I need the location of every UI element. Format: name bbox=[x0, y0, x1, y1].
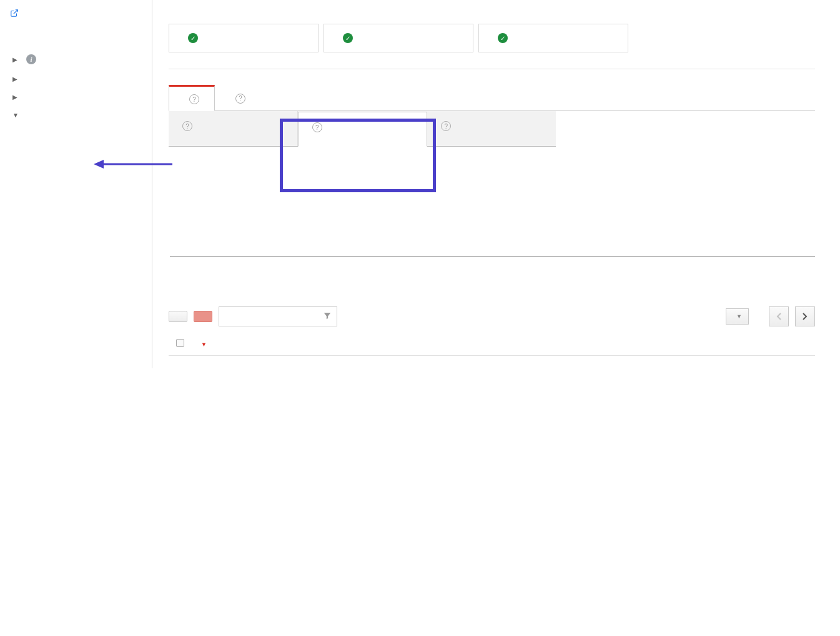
nav-dashboard[interactable] bbox=[0, 26, 152, 37]
nav-crawl[interactable]: ▼ bbox=[0, 106, 152, 124]
filter-box[interactable] bbox=[219, 306, 337, 326]
main-content: ✓ ✓ ✓ ? ? bbox=[152, 0, 840, 368]
sidebar: ▶ i ▶ ▶ ▼ bbox=[0, 0, 152, 368]
check-icon: ✓ bbox=[188, 33, 198, 43]
nav-crawl-stats[interactable] bbox=[0, 135, 152, 147]
nav-search-traffic[interactable]: ▶ bbox=[0, 70, 152, 88]
external-link-icon bbox=[10, 9, 19, 17]
errors-table: ▼ bbox=[169, 333, 815, 356]
help-icon[interactable]: ? bbox=[189, 94, 199, 104]
nav-fetch-as-google[interactable] bbox=[0, 147, 152, 158]
help-icon[interactable]: ? bbox=[182, 121, 192, 131]
nav-google-index[interactable]: ▶ bbox=[0, 88, 152, 106]
svg-line-0 bbox=[14, 10, 17, 14]
col-url[interactable] bbox=[250, 333, 646, 356]
nav-robots-tester[interactable] bbox=[0, 158, 152, 169]
card-server-connectivity[interactable]: ✓ bbox=[324, 24, 473, 52]
nav-messages[interactable] bbox=[0, 37, 152, 49]
error-type-tabs: ? ? ? bbox=[169, 111, 556, 147]
tab-smartphone[interactable]: ? bbox=[215, 84, 261, 110]
chevron-left-icon bbox=[776, 313, 781, 320]
nav-search-appearance[interactable]: ▶ i bbox=[0, 49, 152, 70]
help-icon[interactable]: ? bbox=[441, 121, 451, 131]
filter-input[interactable] bbox=[225, 312, 330, 321]
errors-chart bbox=[169, 157, 815, 288]
nav-security-issues[interactable] bbox=[0, 192, 152, 203]
nav-url-parameters[interactable] bbox=[0, 180, 152, 192]
rows-dropdown[interactable]: ▼ bbox=[726, 308, 749, 325]
filter-icon bbox=[323, 311, 332, 322]
caret-right-icon: ▶ bbox=[12, 76, 19, 82]
chevron-right-icon bbox=[803, 313, 808, 320]
card-robots-fetch[interactable]: ✓ bbox=[478, 24, 628, 52]
caret-down-icon: ▼ bbox=[12, 112, 19, 119]
nav-crawl-errors[interactable] bbox=[0, 124, 152, 135]
divider bbox=[169, 69, 815, 69]
site-errors-cards: ✓ ✓ ✓ bbox=[169, 24, 815, 52]
device-tabs: ? ? bbox=[169, 84, 815, 111]
mark-as-fixed-button[interactable] bbox=[194, 311, 212, 322]
prev-page-button[interactable] bbox=[769, 306, 789, 326]
col-detected[interactable] bbox=[740, 333, 815, 356]
help-icon[interactable]: ? bbox=[235, 94, 245, 104]
stat-not-found[interactable]: ? bbox=[298, 112, 428, 147]
sort-desc-icon: ▼ bbox=[201, 341, 207, 348]
check-icon: ✓ bbox=[498, 33, 508, 43]
next-page-button[interactable] bbox=[795, 306, 815, 326]
check-icon: ✓ bbox=[343, 33, 353, 43]
caret-down-icon: ▼ bbox=[736, 313, 742, 320]
nav-web-tools[interactable] bbox=[0, 203, 152, 214]
caret-right-icon: ▶ bbox=[12, 94, 19, 100]
download-button[interactable] bbox=[169, 311, 187, 322]
try-new-console-link[interactable] bbox=[0, 9, 152, 26]
stat-other[interactable]: ? bbox=[427, 111, 556, 146]
nav-sitemaps[interactable] bbox=[0, 169, 152, 180]
tab-desktop[interactable]: ? bbox=[169, 85, 215, 111]
chart-plot-area bbox=[170, 157, 815, 257]
col-response-code[interactable] bbox=[646, 333, 740, 356]
caret-right-icon: ▶ bbox=[12, 56, 19, 63]
info-icon: i bbox=[26, 54, 36, 64]
stat-access-denied[interactable]: ? bbox=[169, 111, 298, 146]
select-all-checkbox[interactable] bbox=[176, 339, 184, 347]
table-toolbar: ▼ bbox=[169, 306, 815, 326]
card-dns[interactable]: ✓ bbox=[169, 24, 319, 52]
col-priority[interactable]: ▼ bbox=[194, 333, 250, 356]
help-icon[interactable]: ? bbox=[312, 122, 322, 132]
chart-line bbox=[170, 157, 815, 257]
